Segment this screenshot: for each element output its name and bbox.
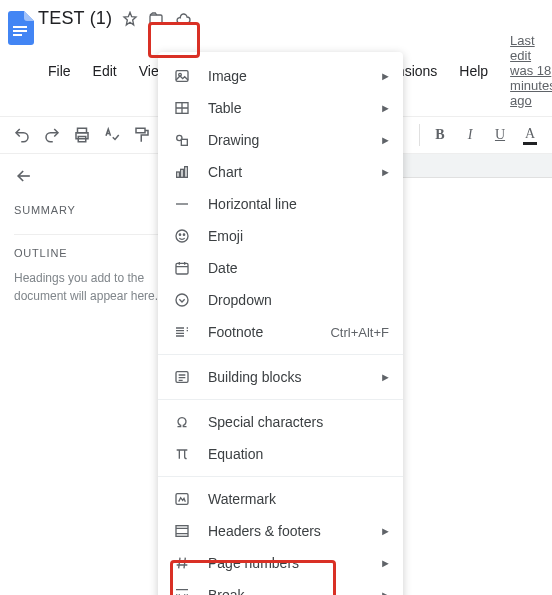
paint-format-button[interactable] [128,121,156,149]
calendar-icon [172,260,192,276]
menu-item-label: Chart [208,164,242,180]
menu-item-label: Table [208,100,241,116]
menu-item-label: Break [208,587,245,595]
submenu-arrow-icon: ► [380,102,391,114]
redo-button[interactable] [38,121,66,149]
menu-item-label: Dropdown [208,292,272,308]
svg-point-17 [179,234,180,235]
menu-item-label: Equation [208,446,263,462]
pi-icon [172,446,192,462]
insert-hline[interactable]: Horizontal line [158,188,403,220]
cloud-status-icon[interactable] [174,11,192,27]
menu-item-label: Drawing [208,132,259,148]
insert-drawing[interactable]: Drawing► [158,124,403,156]
menu-item-label: Page numbers [208,555,299,571]
bold-button[interactable]: B [426,121,454,149]
shortcut-label: Ctrl+Alt+F [330,325,389,340]
svg-rect-23 [176,526,188,537]
document-title[interactable]: TEST (1) [38,8,112,29]
insert-watermark[interactable]: Watermark [158,483,403,515]
insert-equation[interactable]: Equation [158,438,403,470]
last-edit-link[interactable]: Last edit was 18 minutes ago [510,33,552,108]
insert-emoji[interactable]: Emoji [158,220,403,252]
undo-button[interactable] [8,121,36,149]
watermark-icon [172,491,192,507]
image-icon [172,68,192,84]
hash-icon [172,555,192,571]
svg-rect-2 [13,34,22,36]
outline-empty-text: Headings you add to the document will ap… [14,269,169,305]
svg-rect-13 [177,172,180,177]
move-icon[interactable] [148,11,164,27]
svg-rect-12 [181,139,187,145]
spellcheck-button[interactable] [98,121,126,149]
submenu-arrow-icon: ► [380,166,391,178]
menu-edit[interactable]: Edit [83,57,127,85]
menu-item-label: Horizontal line [208,196,297,212]
drawing-icon [172,132,192,148]
insert-pagenum[interactable]: Page numbers► [158,547,403,579]
insert-special[interactable]: Special characters [158,406,403,438]
hrule-icon [172,196,192,212]
insert-break[interactable]: Break► [158,579,403,595]
menu-item-label: Date [208,260,238,276]
insert-image[interactable]: Image► [158,60,403,92]
svg-rect-8 [176,71,188,82]
svg-rect-14 [181,169,184,177]
svg-rect-19 [176,263,188,274]
submenu-arrow-icon: ► [380,371,391,383]
menu-item-label: Watermark [208,491,276,507]
svg-rect-0 [13,26,27,28]
close-outline-button[interactable] [14,166,169,186]
menu-help[interactable]: Help [449,57,498,85]
outline-heading: OUTLINE [14,234,169,259]
insert-chart[interactable]: Chart► [158,156,403,188]
insert-footnote[interactable]: FootnoteCtrl+Alt+F [158,316,403,348]
docs-logo[interactable] [8,10,34,46]
submenu-arrow-icon: ► [380,134,391,146]
svg-rect-1 [13,30,27,32]
text-color-button[interactable]: A [516,121,544,149]
menu-item-label: Footnote [208,324,263,340]
smile-icon [172,228,192,244]
italic-button[interactable]: I [456,121,484,149]
menu-file[interactable]: File [38,57,81,85]
menu-item-label: Headers & footers [208,523,321,539]
svg-point-20 [176,294,188,306]
dropdown-icon [172,292,192,308]
blocks-icon [172,369,192,385]
omega-icon [172,414,192,430]
chart-icon [172,164,192,180]
print-button[interactable] [68,121,96,149]
svg-point-16 [176,230,188,242]
menu-item-label: Emoji [208,228,243,244]
insert-table[interactable]: Table► [158,92,403,124]
insert-building[interactable]: Building blocks► [158,361,403,393]
table-icon [172,100,192,116]
underline-button[interactable]: U [486,121,514,149]
hf-icon [172,523,192,539]
svg-rect-3 [150,15,162,24]
menu-item-label: Special characters [208,414,323,430]
break-icon [172,587,192,595]
insert-dropdown[interactable]: Dropdown [158,284,403,316]
insert-headers[interactable]: Headers & footers► [158,515,403,547]
svg-point-18 [183,234,184,235]
insert-date[interactable]: Date [158,252,403,284]
submenu-arrow-icon: ► [380,70,391,82]
submenu-arrow-icon: ► [380,557,391,569]
menu-item-label: Image [208,68,247,84]
insert-menu: Image►Table►Drawing►Chart►Horizontal lin… [158,52,403,595]
star-icon[interactable] [122,11,138,27]
svg-rect-15 [185,167,188,178]
summary-heading: SUMMARY [14,204,169,216]
menu-item-label: Building blocks [208,369,301,385]
svg-rect-7 [136,128,145,133]
footnote-icon [172,324,192,340]
submenu-arrow-icon: ► [380,589,391,595]
submenu-arrow-icon: ► [380,525,391,537]
